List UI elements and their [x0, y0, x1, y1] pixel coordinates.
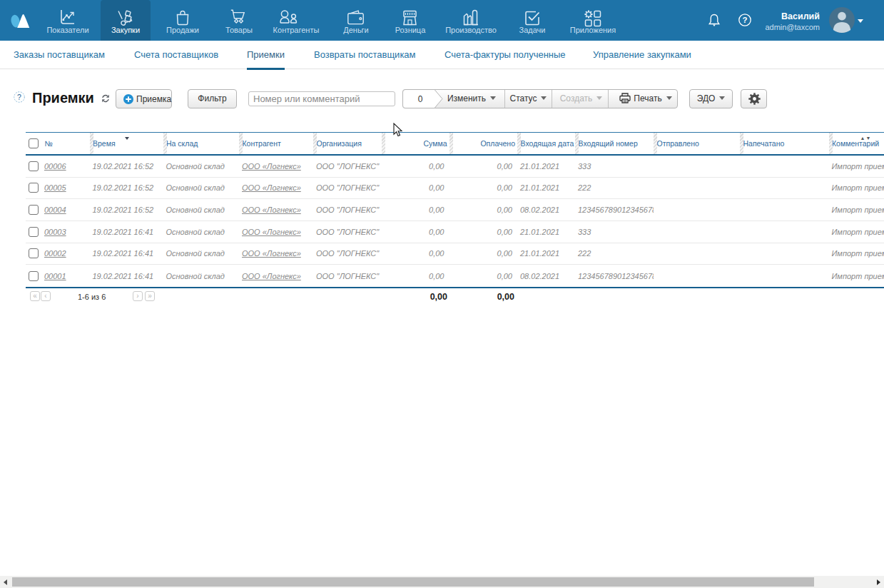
svg-text:0: 0 — [418, 94, 423, 104]
svg-text:?: ? — [17, 93, 21, 101]
svg-text:?: ? — [742, 16, 747, 24]
